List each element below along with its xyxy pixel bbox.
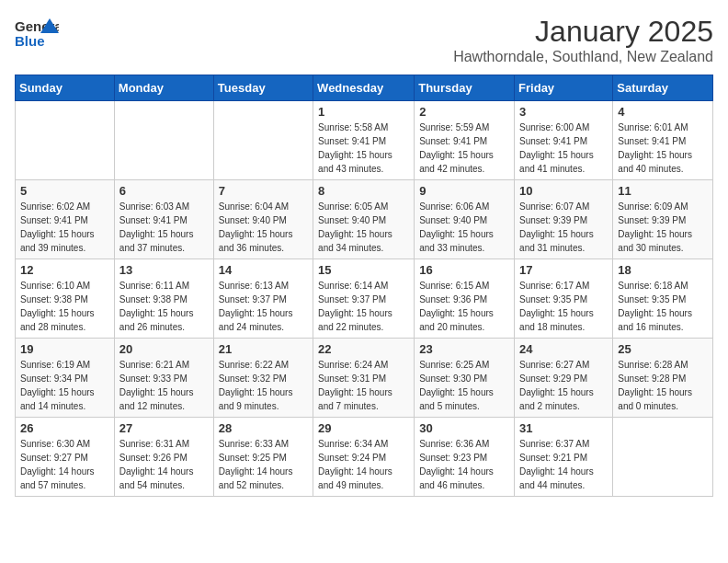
day-number: 18 xyxy=(618,263,708,277)
calendar-week-row: 5Sunrise: 6:02 AMSunset: 9:41 PMDaylight… xyxy=(16,180,713,259)
day-number: 4 xyxy=(618,105,708,119)
calendar-week-row: 26Sunrise: 6:30 AMSunset: 9:27 PMDayligh… xyxy=(16,418,713,497)
day-number: 13 xyxy=(119,263,209,277)
calendar-cell xyxy=(114,101,213,180)
day-number: 30 xyxy=(419,421,509,435)
calendar-cell: 19Sunrise: 6:19 AMSunset: 9:34 PMDayligh… xyxy=(16,339,115,418)
day-number: 3 xyxy=(519,105,608,119)
day-number: 26 xyxy=(20,421,109,435)
calendar-cell: 15Sunrise: 6:14 AMSunset: 9:37 PMDayligh… xyxy=(313,259,415,339)
day-number: 11 xyxy=(618,184,708,198)
calendar-table: Sunday Monday Tuesday Wednesday Thursday… xyxy=(15,75,713,497)
day-info: Sunrise: 6:21 AMSunset: 9:33 PMDaylight:… xyxy=(119,358,209,413)
calendar-cell: 1Sunrise: 5:58 AMSunset: 9:41 PMDaylight… xyxy=(313,101,415,180)
day-number: 8 xyxy=(318,184,409,198)
header-monday: Monday xyxy=(114,75,213,101)
calendar-cell: 3Sunrise: 6:00 AMSunset: 9:41 PMDaylight… xyxy=(515,101,613,180)
day-info: Sunrise: 6:30 AMSunset: 9:27 PMDaylight:… xyxy=(20,437,109,492)
day-info: Sunrise: 6:00 AMSunset: 9:41 PMDaylight:… xyxy=(519,121,608,176)
calendar-cell: 6Sunrise: 6:03 AMSunset: 9:41 PMDaylight… xyxy=(114,180,213,259)
calendar-cell: 13Sunrise: 6:11 AMSunset: 9:38 PMDayligh… xyxy=(114,259,213,339)
day-number: 6 xyxy=(119,184,209,198)
calendar-cell xyxy=(16,101,115,180)
day-info: Sunrise: 5:58 AMSunset: 9:41 PMDaylight:… xyxy=(318,121,409,176)
page-header: General Blue January 2025 Hawthorndale, … xyxy=(15,15,713,65)
day-info: Sunrise: 6:02 AMSunset: 9:41 PMDaylight:… xyxy=(20,200,109,255)
day-info: Sunrise: 6:28 AMSunset: 9:28 PMDaylight:… xyxy=(618,358,708,413)
day-info: Sunrise: 6:33 AMSunset: 9:25 PMDaylight:… xyxy=(219,437,308,492)
day-info: Sunrise: 6:15 AMSunset: 9:36 PMDaylight:… xyxy=(419,279,509,334)
day-number: 19 xyxy=(20,342,109,356)
calendar-cell: 18Sunrise: 6:18 AMSunset: 9:35 PMDayligh… xyxy=(613,259,713,339)
calendar-cell: 5Sunrise: 6:02 AMSunset: 9:41 PMDaylight… xyxy=(16,180,115,259)
day-info: Sunrise: 6:04 AMSunset: 9:40 PMDaylight:… xyxy=(219,200,308,255)
day-number: 2 xyxy=(419,105,509,119)
calendar-cell: 8Sunrise: 6:05 AMSunset: 9:40 PMDaylight… xyxy=(313,180,415,259)
day-number: 29 xyxy=(318,421,409,435)
calendar-cell xyxy=(613,418,713,497)
day-number: 23 xyxy=(419,342,509,356)
calendar-cell: 21Sunrise: 6:22 AMSunset: 9:32 PMDayligh… xyxy=(213,339,313,418)
calendar-cell: 10Sunrise: 6:07 AMSunset: 9:39 PMDayligh… xyxy=(515,180,613,259)
calendar-cell: 29Sunrise: 6:34 AMSunset: 9:24 PMDayligh… xyxy=(313,418,415,497)
calendar-cell: 30Sunrise: 6:36 AMSunset: 9:23 PMDayligh… xyxy=(415,418,515,497)
day-info: Sunrise: 6:14 AMSunset: 9:37 PMDaylight:… xyxy=(318,279,409,334)
day-number: 9 xyxy=(419,184,509,198)
calendar-header-row: Sunday Monday Tuesday Wednesday Thursday… xyxy=(16,75,713,101)
day-number: 5 xyxy=(20,184,109,198)
calendar-cell: 2Sunrise: 5:59 AMSunset: 9:41 PMDaylight… xyxy=(415,101,515,180)
day-number: 28 xyxy=(219,421,308,435)
day-info: Sunrise: 6:11 AMSunset: 9:38 PMDaylight:… xyxy=(119,279,209,334)
header-sunday: Sunday xyxy=(16,75,115,101)
logo-icon: General Blue xyxy=(15,15,59,59)
calendar-cell: 27Sunrise: 6:31 AMSunset: 9:26 PMDayligh… xyxy=(114,418,213,497)
calendar-cell: 23Sunrise: 6:25 AMSunset: 9:30 PMDayligh… xyxy=(415,339,515,418)
calendar-week-row: 1Sunrise: 5:58 AMSunset: 9:41 PMDaylight… xyxy=(16,101,713,180)
logo: General Blue xyxy=(15,15,59,59)
day-number: 10 xyxy=(519,184,608,198)
header-saturday: Saturday xyxy=(613,75,713,101)
day-number: 17 xyxy=(519,263,608,277)
calendar-cell: 31Sunrise: 6:37 AMSunset: 9:21 PMDayligh… xyxy=(515,418,613,497)
day-number: 25 xyxy=(618,342,708,356)
calendar-cell: 26Sunrise: 6:30 AMSunset: 9:27 PMDayligh… xyxy=(16,418,115,497)
day-info: Sunrise: 6:13 AMSunset: 9:37 PMDaylight:… xyxy=(219,279,308,334)
day-info: Sunrise: 6:24 AMSunset: 9:31 PMDaylight:… xyxy=(318,358,409,413)
calendar-cell: 28Sunrise: 6:33 AMSunset: 9:25 PMDayligh… xyxy=(213,418,313,497)
calendar-cell: 14Sunrise: 6:13 AMSunset: 9:37 PMDayligh… xyxy=(213,259,313,339)
day-info: Sunrise: 6:37 AMSunset: 9:21 PMDaylight:… xyxy=(519,437,608,492)
calendar-cell: 22Sunrise: 6:24 AMSunset: 9:31 PMDayligh… xyxy=(313,339,415,418)
svg-text:Blue: Blue xyxy=(15,33,45,49)
day-number: 14 xyxy=(219,263,308,277)
header-wednesday: Wednesday xyxy=(313,75,415,101)
day-info: Sunrise: 5:59 AMSunset: 9:41 PMDaylight:… xyxy=(419,121,509,176)
calendar-cell: 7Sunrise: 6:04 AMSunset: 9:40 PMDaylight… xyxy=(213,180,313,259)
calendar-cell: 16Sunrise: 6:15 AMSunset: 9:36 PMDayligh… xyxy=(415,259,515,339)
calendar-week-row: 19Sunrise: 6:19 AMSunset: 9:34 PMDayligh… xyxy=(16,339,713,418)
day-info: Sunrise: 6:09 AMSunset: 9:39 PMDaylight:… xyxy=(618,200,708,255)
calendar-cell: 9Sunrise: 6:06 AMSunset: 9:40 PMDaylight… xyxy=(415,180,515,259)
calendar-cell: 17Sunrise: 6:17 AMSunset: 9:35 PMDayligh… xyxy=(515,259,613,339)
day-info: Sunrise: 6:27 AMSunset: 9:29 PMDaylight:… xyxy=(519,358,608,413)
calendar-cell: 11Sunrise: 6:09 AMSunset: 9:39 PMDayligh… xyxy=(613,180,713,259)
header-tuesday: Tuesday xyxy=(213,75,313,101)
day-info: Sunrise: 6:03 AMSunset: 9:41 PMDaylight:… xyxy=(119,200,209,255)
day-info: Sunrise: 6:25 AMSunset: 9:30 PMDaylight:… xyxy=(419,358,509,413)
day-number: 20 xyxy=(119,342,209,356)
day-info: Sunrise: 6:36 AMSunset: 9:23 PMDaylight:… xyxy=(419,437,509,492)
day-number: 22 xyxy=(318,342,409,356)
calendar-cell xyxy=(213,101,313,180)
day-info: Sunrise: 6:05 AMSunset: 9:40 PMDaylight:… xyxy=(318,200,409,255)
calendar-cell: 24Sunrise: 6:27 AMSunset: 9:29 PMDayligh… xyxy=(515,339,613,418)
header-friday: Friday xyxy=(515,75,613,101)
calendar-cell: 25Sunrise: 6:28 AMSunset: 9:28 PMDayligh… xyxy=(613,339,713,418)
calendar-cell: 12Sunrise: 6:10 AMSunset: 9:38 PMDayligh… xyxy=(16,259,115,339)
day-info: Sunrise: 6:01 AMSunset: 9:41 PMDaylight:… xyxy=(618,121,708,176)
day-number: 27 xyxy=(119,421,209,435)
day-number: 31 xyxy=(519,421,608,435)
day-info: Sunrise: 6:18 AMSunset: 9:35 PMDaylight:… xyxy=(618,279,708,334)
day-info: Sunrise: 6:07 AMSunset: 9:39 PMDaylight:… xyxy=(519,200,608,255)
day-info: Sunrise: 6:19 AMSunset: 9:34 PMDaylight:… xyxy=(20,358,109,413)
day-number: 15 xyxy=(318,263,409,277)
day-number: 21 xyxy=(219,342,308,356)
